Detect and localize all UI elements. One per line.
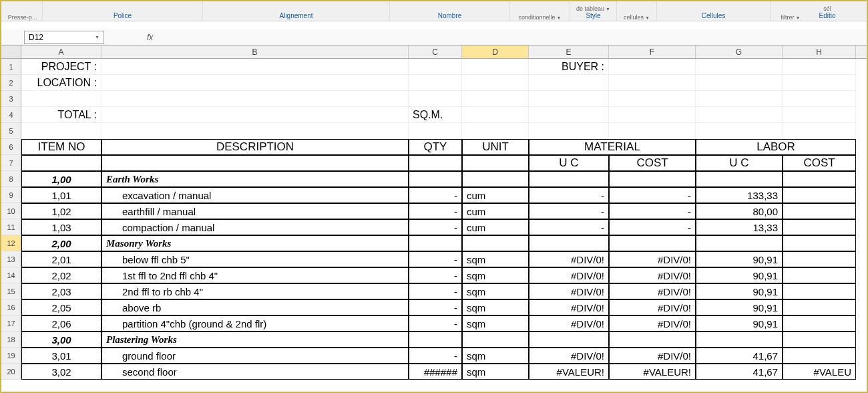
cell[interactable] — [409, 59, 462, 75]
cell[interactable]: UNIT — [462, 139, 529, 155]
cell[interactable]: #DIV/0! — [529, 299, 609, 315]
cell[interactable] — [609, 123, 696, 139]
cell[interactable]: below ffl chb 5" — [101, 251, 409, 267]
row-header[interactable]: 1 — [1, 59, 21, 75]
cell[interactable] — [462, 332, 529, 348]
cell[interactable] — [783, 315, 856, 332]
cell[interactable]: COST — [783, 155, 856, 171]
cell[interactable]: - — [609, 203, 696, 219]
cell[interactable] — [21, 91, 101, 107]
ribbon-group-cells[interactable]: Cellules — [657, 1, 771, 21]
cell[interactable]: #DIV/0! — [609, 315, 696, 332]
cell[interactable] — [462, 107, 529, 123]
cell[interactable] — [783, 123, 856, 139]
cell[interactable] — [783, 332, 856, 348]
row-header[interactable]: 2 — [1, 75, 21, 91]
cell[interactable]: 1,03 — [21, 219, 101, 235]
cell[interactable] — [783, 348, 856, 364]
ribbon-group-filter[interactable]: filtrer▼ — [771, 1, 811, 21]
cell[interactable]: - — [529, 219, 609, 235]
cell[interactable] — [462, 75, 529, 91]
select-all-corner[interactable] — [1, 45, 21, 58]
cell[interactable]: TOTAL : — [21, 107, 101, 123]
row-header[interactable]: 17 — [1, 315, 21, 332]
cell[interactable] — [409, 75, 462, 91]
cell[interactable]: ###### — [409, 364, 462, 380]
cell[interactable]: - — [409, 267, 462, 283]
cell[interactable]: QTY — [409, 139, 462, 155]
cell[interactable] — [783, 203, 856, 219]
cell[interactable] — [783, 219, 856, 235]
cell[interactable]: 133,33 — [696, 187, 783, 203]
cell[interactable]: compaction / manual — [101, 219, 409, 235]
cell[interactable]: 2,06 — [21, 315, 101, 332]
cell[interactable] — [783, 187, 856, 203]
cell[interactable] — [609, 75, 696, 91]
row-header[interactable]: 14 — [1, 267, 21, 283]
row-header[interactable]: 11 — [1, 219, 21, 235]
cell[interactable] — [101, 91, 409, 107]
cell[interactable] — [101, 107, 409, 123]
cell[interactable]: - — [529, 187, 609, 203]
cell[interactable]: 41,67 — [696, 364, 783, 380]
cell[interactable] — [609, 332, 696, 348]
row-header[interactable]: 4 — [1, 107, 21, 123]
spreadsheet-grid[interactable]: A B C D E F G H 1PROJECT :BUYER :2LOCATI… — [1, 45, 867, 393]
cell[interactable]: - — [409, 203, 462, 219]
cell[interactable] — [462, 59, 529, 75]
cell[interactable] — [101, 59, 409, 75]
cell[interactable]: 90,91 — [696, 267, 783, 283]
cell[interactable]: 3,02 — [21, 364, 101, 380]
cell[interactable] — [529, 75, 609, 91]
row-header[interactable]: 15 — [1, 283, 21, 299]
cell[interactable] — [409, 123, 462, 139]
cell[interactable]: #DIV/0! — [609, 283, 696, 299]
cell[interactable]: #DIV/0! — [609, 267, 696, 283]
cell[interactable]: #DIV/0! — [529, 283, 609, 299]
col-header-F[interactable]: F — [609, 45, 696, 58]
cell[interactable] — [462, 155, 529, 171]
cell[interactable]: - — [409, 251, 462, 267]
row-header[interactable]: 7 — [1, 155, 21, 171]
row-header[interactable]: 9 — [1, 187, 21, 203]
chevron-down-icon[interactable]: ▼ — [95, 35, 99, 39]
fx-icon[interactable]: fx — [147, 33, 153, 42]
cell[interactable] — [696, 75, 783, 91]
cell[interactable] — [409, 171, 462, 187]
col-header-C[interactable]: C — [409, 45, 462, 58]
cell[interactable] — [696, 59, 783, 75]
cell[interactable] — [409, 91, 462, 107]
cell[interactable]: - — [409, 283, 462, 299]
cell[interactable] — [783, 251, 856, 267]
cell[interactable]: 1,02 — [21, 203, 101, 219]
cell[interactable]: - — [409, 315, 462, 332]
row-header[interactable]: 12 — [1, 235, 21, 251]
cell[interactable]: 90,91 — [696, 283, 783, 299]
row-header[interactable]: 19 — [1, 348, 21, 364]
cell[interactable]: 13,33 — [696, 219, 783, 235]
cell[interactable]: partition 4"chb (ground & 2nd flr) — [101, 315, 409, 332]
cell[interactable]: - — [609, 219, 696, 235]
cell[interactable]: cum — [462, 219, 529, 235]
row-header[interactable]: 18 — [1, 332, 21, 348]
cell[interactable] — [696, 332, 783, 348]
col-header-H[interactable]: H — [783, 45, 856, 58]
cell[interactable] — [696, 107, 783, 123]
cell[interactable] — [783, 267, 856, 283]
cell[interactable]: COST — [609, 155, 696, 171]
cell[interactable] — [783, 235, 856, 251]
cell[interactable]: - — [529, 203, 609, 219]
ribbon-group-number[interactable]: Nombre — [390, 1, 510, 21]
cell[interactable]: sqm — [462, 364, 529, 380]
cell[interactable]: sqm — [462, 251, 529, 267]
cell[interactable] — [783, 91, 856, 107]
cell[interactable] — [101, 123, 409, 139]
cell[interactable]: SQ.M. — [409, 107, 462, 123]
cell[interactable] — [462, 235, 529, 251]
row-header[interactable]: 8 — [1, 171, 21, 187]
cell[interactable]: - — [409, 299, 462, 315]
cell[interactable] — [609, 171, 696, 187]
col-header-A[interactable]: A — [21, 45, 101, 58]
cell[interactable] — [609, 107, 696, 123]
cell[interactable]: 1,01 — [21, 187, 101, 203]
